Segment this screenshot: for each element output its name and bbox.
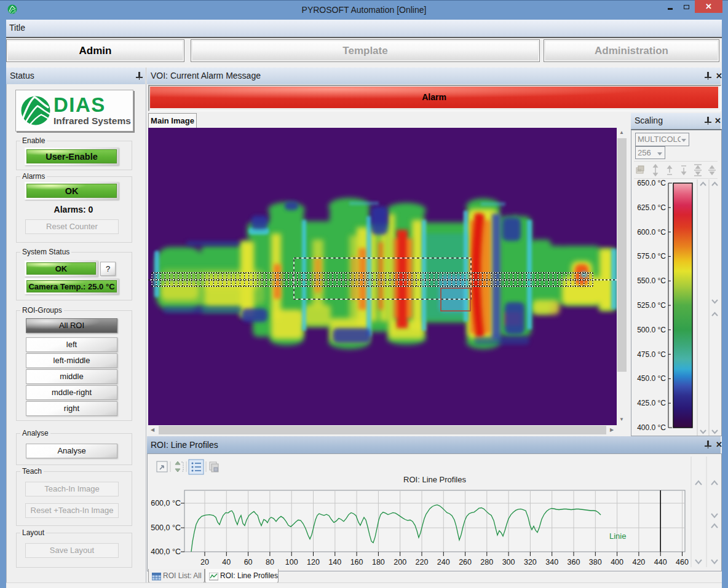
svg-text:Linie: Linie [609,531,626,541]
svg-text:40: 40 [222,558,231,566]
svg-text:600,0 °C: 600,0 °C [151,499,181,508]
svg-text:440: 440 [654,558,667,566]
svg-text:60: 60 [244,558,253,566]
svg-text:400.0 °C: 400.0 °C [637,423,666,432]
svg-text:500.0 °C: 500.0 °C [637,326,666,334]
svg-text:600.0 °C: 600.0 °C [637,228,666,237]
svg-text:420: 420 [632,558,645,566]
svg-text:400,0 °C: 400,0 °C [151,547,181,556]
svg-text:120: 120 [307,558,320,566]
svg-text:475.0 °C: 475.0 °C [637,350,666,359]
svg-text:200: 200 [394,558,406,566]
svg-text:20: 20 [200,558,209,566]
svg-text:340: 340 [545,558,558,566]
svg-text:400: 400 [611,558,623,566]
svg-text:525.0 °C: 525.0 °C [637,301,666,310]
svg-text:650.0 °C: 650.0 °C [637,179,666,187]
svg-text:220: 220 [416,558,429,566]
svg-text:550.0 °C: 550.0 °C [637,276,666,285]
svg-text:140: 140 [328,558,341,566]
svg-text:300: 300 [502,558,515,566]
svg-text:ROI: Line Profiles: ROI: Line Profiles [403,475,466,484]
svg-text:160: 160 [350,558,363,566]
svg-text:450.0 °C: 450.0 °C [637,374,666,383]
svg-text:360: 360 [568,558,580,566]
svg-text:320: 320 [524,558,537,566]
svg-text:575.0 °C: 575.0 °C [637,252,666,261]
svg-text:425.0 °C: 425.0 °C [637,399,666,407]
svg-text:100: 100 [285,558,298,566]
svg-text:460: 460 [676,558,689,566]
svg-text:625.0 °C: 625.0 °C [637,203,666,212]
svg-text:80: 80 [266,558,274,566]
svg-text:500,0 °C: 500,0 °C [151,523,181,532]
svg-text:180: 180 [372,558,385,566]
svg-text:260: 260 [459,558,472,566]
svg-text:DIAS: DIAS [53,93,106,116]
svg-text:380: 380 [589,558,602,566]
svg-text:280: 280 [480,558,493,566]
svg-text:Infrared Systems: Infrared Systems [53,116,131,126]
svg-text:240: 240 [437,558,450,566]
